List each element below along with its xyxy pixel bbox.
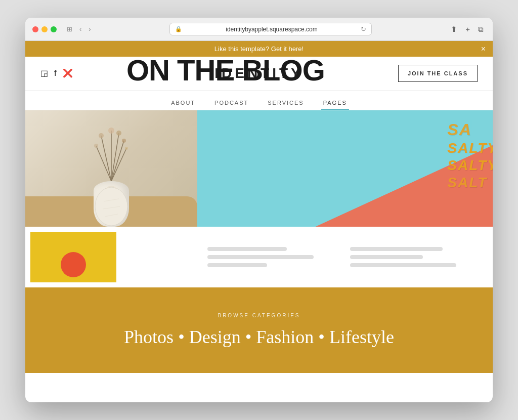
content-placeholder xyxy=(207,247,340,267)
browse-categories: Photos • Design • Fashion • Lifestyle xyxy=(40,326,478,348)
content-placeholder-2 xyxy=(350,247,483,267)
hero-left-image xyxy=(25,110,197,227)
content-left xyxy=(25,227,197,287)
duplicate-tab-button[interactable]: ⧉ xyxy=(476,24,486,35)
svg-point-9 xyxy=(122,139,126,143)
minimize-traffic-light[interactable] xyxy=(41,26,48,32)
browser-chrome: ⊞ ‹ › 🔒 identitybyapplet.squarespace.com… xyxy=(25,18,493,41)
banner-text: Like this template? Get it here! xyxy=(214,45,304,53)
fullscreen-traffic-light[interactable] xyxy=(51,26,57,32)
address-bar[interactable]: 🔒 identitybyapplet.squarespace.com ↻ xyxy=(169,23,372,35)
yellow-card xyxy=(30,232,116,282)
salty-line-2: SALTY xyxy=(447,140,493,156)
banner-close-button[interactable]: × xyxy=(481,45,486,54)
browser-window: ⊞ ‹ › 🔒 identitybyapplet.squarespace.com… xyxy=(25,18,493,402)
hero-right-image: SA SALTY SALTY SALT xyxy=(197,110,493,227)
close-traffic-light[interactable] xyxy=(32,26,38,32)
svg-point-7 xyxy=(108,128,114,134)
salty-text-overlay: SA SALTY SALTY SALT xyxy=(447,120,493,191)
share-button[interactable]: ⬆ xyxy=(449,24,459,35)
svg-point-11 xyxy=(125,147,128,150)
svg-line-0 xyxy=(101,136,111,181)
gray-bar-6 xyxy=(350,263,456,267)
facebook-link[interactable]: f xyxy=(54,68,57,78)
hero-section: SA SALTY SALTY SALT xyxy=(25,110,493,227)
sidebar-toggle-button[interactable]: ⊞ xyxy=(65,24,74,34)
gray-bar-5 xyxy=(350,255,423,259)
pinterest-link[interactable]: ❌ xyxy=(63,68,73,78)
window-controls: ⊞ ‹ › xyxy=(65,24,93,34)
nav-pages[interactable]: PAGES xyxy=(321,96,349,110)
lock-icon: 🔒 xyxy=(175,26,182,32)
gray-bar-1 xyxy=(207,247,287,251)
vase-body xyxy=(94,181,129,227)
vase-scene xyxy=(86,120,137,227)
svg-line-4 xyxy=(96,146,111,181)
browser-actions: ⬆ + ⧉ xyxy=(449,24,486,35)
gray-bar-4 xyxy=(350,247,443,251)
browse-section: BROWSE CATEGORIES Photos • Design • Fash… xyxy=(25,287,493,373)
new-tab-button[interactable]: + xyxy=(463,24,472,34)
browse-label: BROWSE CATEGORIES xyxy=(40,313,478,318)
reload-icon[interactable]: ↻ xyxy=(361,25,366,33)
orange-circle-decoration xyxy=(61,252,86,277)
instagram-link[interactable]: ◲ xyxy=(40,68,48,78)
traffic-lights xyxy=(32,26,57,32)
gray-bar-2 xyxy=(207,255,314,259)
vase-svg xyxy=(94,181,129,227)
forward-button[interactable]: › xyxy=(87,24,93,34)
nav-services[interactable]: SERVICES xyxy=(266,96,306,110)
content-right xyxy=(197,227,493,287)
content-section xyxy=(25,227,493,287)
flower-svg xyxy=(86,120,137,181)
blog-title-text: ON THE BLOG xyxy=(126,54,325,87)
svg-line-2 xyxy=(111,133,119,181)
salty-line-4: SALT xyxy=(447,175,493,191)
hero-background: SA SALTY SALTY SALT xyxy=(197,110,493,227)
nav-podcast[interactable]: PODCAST xyxy=(212,96,250,110)
site-navigation: ABOUT PODCAST SERVICES PAGES xyxy=(25,91,493,110)
vase-image xyxy=(25,110,197,227)
gray-bar-3 xyxy=(207,263,267,267)
svg-point-8 xyxy=(116,131,121,136)
header-cta: JOIN THE CLASS xyxy=(332,65,478,82)
svg-point-10 xyxy=(94,144,98,148)
salty-line-1: SA xyxy=(447,120,493,139)
url-display: identitybyapplet.squarespace.com xyxy=(185,26,358,33)
browser-titlebar: ⊞ ‹ › 🔒 identitybyapplet.squarespace.com… xyxy=(25,18,493,40)
nav-about[interactable]: ABOUT xyxy=(169,96,197,110)
svg-line-3 xyxy=(111,141,124,181)
blog-title-wrapper: ON THE BLOG xyxy=(126,56,325,85)
page-content: Like this template? Get it here! × ◲ f ❌… xyxy=(25,41,493,402)
back-button[interactable]: ‹ xyxy=(77,24,83,34)
svg-point-6 xyxy=(99,133,104,138)
join-class-button[interactable]: JOIN THE CLASS xyxy=(398,65,478,82)
svg-point-12 xyxy=(95,187,127,226)
salty-line-3: SALTY xyxy=(447,157,493,174)
